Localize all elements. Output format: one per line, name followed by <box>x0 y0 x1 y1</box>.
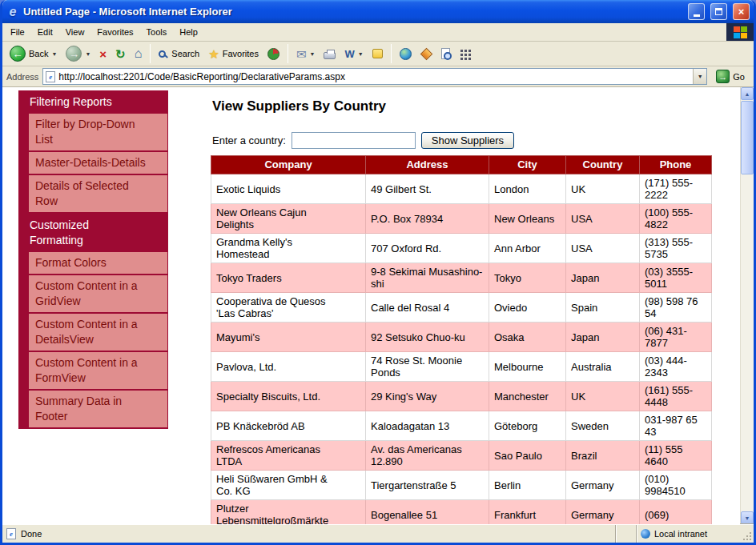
forward-button[interactable]: → ▼ <box>62 44 94 63</box>
country-input[interactable] <box>292 132 416 149</box>
scrollbar-track[interactable] <box>741 175 754 511</box>
sidebar-item[interactable]: Details of Selected Row <box>29 175 167 214</box>
go-button[interactable]: → Go <box>711 70 750 83</box>
discuss-button[interactable] <box>368 47 387 60</box>
cell-city: London <box>489 174 566 204</box>
cell-country: Germany <box>566 500 640 525</box>
search-label: Search <box>171 49 199 58</box>
ie-logo-icon: e <box>6 5 19 19</box>
window-title: Untitled Page - Microsoft Internet Explo… <box>23 6 682 18</box>
cell-phone: (171) 555-2222 <box>640 174 712 204</box>
menu-item[interactable]: Tools <box>140 23 174 41</box>
addon-globe-button[interactable] <box>396 46 416 62</box>
refresh-button[interactable]: ↻ <box>111 46 130 62</box>
table-header-cell: City <box>489 156 566 174</box>
sidebar-item[interactable]: Master-Details-Details <box>29 152 167 175</box>
browser-viewport: Filtering Reports Filter by Drop-Down Li… <box>2 87 754 524</box>
favorites-label: Favorites <box>223 49 259 58</box>
cell-phone: (100) 555-4822 <box>640 204 712 234</box>
addon-research-button[interactable] <box>437 46 454 61</box>
scrollbar-thumb[interactable] <box>741 101 754 174</box>
grid-icon <box>460 50 463 52</box>
toolbar-separator <box>391 44 392 63</box>
addon-flash-button[interactable] <box>416 46 436 62</box>
sidebar-section-filtering: Filtering Reports Filter by Drop-Down Li… <box>18 90 168 214</box>
cell-phone: (010) 9984510 <box>640 471 712 500</box>
back-label: Back <box>29 49 48 58</box>
cell-phone: (03) 3555-5011 <box>640 263 712 293</box>
sidebar-item[interactable]: Filter by Drop-Down List <box>29 114 167 152</box>
edit-dropdown-icon[interactable]: ▼ <box>358 51 364 57</box>
resize-grip[interactable] <box>742 525 754 543</box>
address-input-box[interactable]: e ▼ <box>42 68 707 85</box>
cell-country: USA <box>566 234 640 263</box>
favorites-button[interactable]: ★ Favorites <box>204 46 263 62</box>
print-button[interactable] <box>320 47 340 61</box>
cell-city: Berlin <box>489 471 566 500</box>
cell-city: Oviedo <box>489 293 566 323</box>
sidebar-section-header: Filtering Reports <box>18 90 168 114</box>
table-header-cell: Company <box>211 156 366 174</box>
stop-button[interactable]: × <box>95 46 111 62</box>
address-label: Address <box>6 72 38 82</box>
table-row: Plutzer Lebensmittelgroßmärkte Bogenalle… <box>211 500 712 525</box>
cell-phone: (069) <box>640 500 712 525</box>
cell-phone: (03) 444-2343 <box>640 352 712 382</box>
sidebar-section-header: Customized Formatting <box>18 214 168 252</box>
table-header-cell: Phone <box>640 156 712 174</box>
table-row: Heli Süßwaren GmbH & Co. KG Tiergartenst… <box>211 471 712 500</box>
home-button[interactable]: ⌂ <box>131 46 147 62</box>
minimize-button[interactable] <box>688 3 705 20</box>
search-button[interactable]: Search <box>155 47 203 60</box>
cell-address: Tiergartenstraße 5 <box>366 471 489 500</box>
maximize-button[interactable] <box>710 3 727 20</box>
cell-city: Melbourne <box>489 352 566 382</box>
home-icon: ⌂ <box>135 47 143 60</box>
vertical-scrollbar[interactable]: ▲ ▼ <box>740 87 754 524</box>
country-filter-label: Enter a country: <box>212 134 286 146</box>
back-dropdown-icon[interactable]: ▼ <box>51 51 57 57</box>
mail-button[interactable]: ✉ ▼ <box>292 46 320 62</box>
back-button[interactable]: ← Back ▼ <box>6 44 61 63</box>
sidebar-item[interactable]: Custom Content in a DetailsView <box>29 314 167 352</box>
status-left: e Done <box>2 528 615 539</box>
edit-with-word-button[interactable]: W ▼ <box>340 46 367 62</box>
title-bar[interactable]: e Untitled Page - Microsoft Internet Exp… <box>2 0 754 23</box>
sidebar-item[interactable]: Custom Content in a FormView <box>29 352 167 391</box>
table-header-cell: Address <box>366 156 489 174</box>
address-dropdown-button[interactable]: ▼ <box>693 69 706 84</box>
cell-company: PB Knäckebröd AB <box>211 411 366 441</box>
scroll-up-button[interactable]: ▲ <box>741 87 754 100</box>
history-button[interactable] <box>263 46 284 62</box>
go-label: Go <box>733 72 745 82</box>
menu-item[interactable]: Help <box>173 23 204 41</box>
cell-phone: (06) 431-7877 <box>640 323 712 352</box>
cell-city: Göteborg <box>489 411 566 441</box>
cell-company: Heli Süßwaren GmbH & Co. KG <box>211 471 366 500</box>
menu-item[interactable]: Favorites <box>90 23 139 41</box>
menu-item[interactable]: View <box>59 23 91 41</box>
sidebar-item[interactable]: Format Colors <box>29 252 167 275</box>
sidebar-item[interactable]: Custom Content in a GridView <box>29 275 167 314</box>
windows-flag-icon <box>734 26 747 38</box>
forward-dropdown-icon[interactable]: ▼ <box>85 51 90 57</box>
menu-item[interactable]: Edit <box>31 23 59 41</box>
mail-dropdown-icon[interactable]: ▼ <box>310 51 316 57</box>
cell-country: Japan <box>566 263 640 293</box>
status-pane-empty <box>615 525 636 543</box>
table-row: Mayumi's 92 Setsuko Chuo-ku Osaka Japan … <box>211 323 712 352</box>
show-suppliers-button[interactable]: Show Suppliers <box>421 132 514 149</box>
cell-address: Kaloadagatan 13 <box>366 411 489 441</box>
cell-city: Manchester <box>489 382 566 411</box>
sidebar-item[interactable]: Summary Data in Footer <box>29 391 167 429</box>
sidebar-section-formatting: Customized Formatting Format ColorsCusto… <box>18 214 168 429</box>
scroll-down-button[interactable]: ▼ <box>741 511 754 524</box>
addon-grid-button[interactable] <box>455 46 477 62</box>
address-input[interactable] <box>55 70 693 83</box>
cell-company: Plutzer Lebensmittelgroßmärkte <box>211 500 366 525</box>
table-row: Cooperativa de Quesos 'Las Cabras' Calle… <box>211 293 712 323</box>
close-button[interactable]: × <box>733 3 750 20</box>
zone-label: Local intranet <box>654 529 707 539</box>
menu-item[interactable]: File <box>4 23 31 41</box>
cell-country: Spain <box>566 293 640 323</box>
